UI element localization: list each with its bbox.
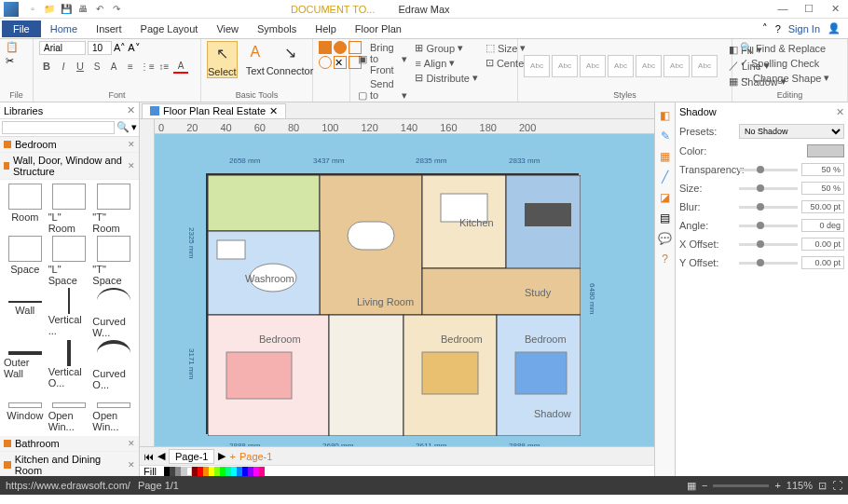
yoffset-value[interactable]: 0.00 pt — [801, 256, 844, 269]
color-palette[interactable] — [164, 467, 265, 476]
shape-l-room[interactable]: "L" Room — [48, 184, 91, 234]
shape-open-win1[interactable]: Open Win... — [48, 392, 91, 432]
maximize-button[interactable]: ☐ — [800, 3, 818, 15]
close-tab-icon[interactable]: ✕ — [269, 105, 278, 117]
shape-vertical-o[interactable]: Vertical O... — [48, 340, 91, 390]
change-shape-button[interactable]: ↔ Change Shape ▾ — [738, 71, 841, 85]
close-shadow-panel-icon[interactable]: ✕ — [836, 106, 844, 118]
align-button[interactable]: ≡ Align ▾ — [413, 56, 479, 70]
transparency-value[interactable]: 50 % — [801, 163, 844, 176]
underline-button[interactable]: U — [73, 59, 88, 74]
line-tool-icon[interactable]: ╱ — [658, 170, 673, 184]
help-icon[interactable]: ? — [775, 23, 781, 34]
tab-floor-plan[interactable]: Floor Plan — [346, 20, 411, 37]
fit-page-icon[interactable]: ⊡ — [818, 480, 827, 492]
library-search-input[interactable] — [2, 121, 115, 134]
italic-button[interactable]: I — [56, 59, 71, 74]
comment-icon[interactable]: 💬 — [658, 231, 673, 246]
bring-front-button[interactable]: ▣ Bring to Front ▾ — [356, 41, 409, 76]
blur-slider[interactable] — [739, 206, 798, 209]
format-icon[interactable]: ✎ — [658, 129, 673, 143]
strike-button[interactable]: S — [89, 59, 104, 74]
document-tab[interactable]: Floor Plan Real Estate✕ — [142, 103, 286, 118]
category-bathroom[interactable]: Bathroom✕ — [0, 436, 139, 452]
presets-select[interactable]: No Shadow — [739, 124, 844, 139]
tab-page-layout[interactable]: Page Layout — [131, 20, 208, 37]
sign-in-link[interactable]: Sign In — [788, 23, 820, 34]
align-left-icon[interactable]: ≡ — [123, 59, 138, 74]
shadow-tool-icon[interactable]: ◪ — [658, 190, 673, 205]
category-kitchen[interactable]: Kitchen and Dining Room✕ — [0, 452, 139, 476]
search-icon[interactable]: 🔍 — [116, 121, 130, 134]
save-icon[interactable]: 💾 — [60, 3, 73, 16]
shape-l-space[interactable]: "L" Space — [48, 236, 91, 286]
ribbon-collapse-icon[interactable]: ˄ — [762, 22, 768, 34]
text-tool[interactable]: AText — [241, 41, 269, 76]
shape-t-space[interactable]: "T" Space — [92, 236, 135, 286]
font-size-select[interactable]: 10 — [88, 41, 112, 55]
view-mode-icon[interactable]: ▦ — [687, 480, 696, 492]
fullscreen-icon[interactable]: ⛶ — [832, 480, 842, 491]
font-color-icon[interactable]: A — [173, 59, 188, 74]
shape-curved-o[interactable]: Curved O... — [92, 340, 135, 390]
shape-vertical[interactable]: Vertical ... — [48, 288, 91, 338]
shape-curved-w[interactable]: Curved W... — [92, 288, 135, 338]
layers-icon[interactable]: ▤ — [658, 211, 673, 225]
bullets-icon[interactable]: ⋮≡ — [140, 59, 155, 74]
size-value[interactable]: 50 % — [801, 182, 844, 195]
angle-slider[interactable] — [739, 225, 798, 227]
bold-button[interactable]: B — [39, 59, 54, 74]
fill-tool-icon[interactable]: ▦ — [658, 149, 673, 164]
print-icon[interactable]: 🖶 — [76, 3, 89, 16]
tab-insert[interactable]: Insert — [87, 20, 131, 37]
help-sidebar-icon[interactable]: ? — [658, 252, 673, 266]
minimize-button[interactable]: — — [773, 3, 792, 15]
line-spacing-icon[interactable]: ↕≡ — [157, 59, 171, 74]
redo-icon[interactable]: ↷ — [110, 3, 123, 16]
zoom-slider[interactable] — [713, 484, 769, 487]
angle-value[interactable]: 0 deg — [801, 219, 844, 232]
page-tab-1b[interactable]: Page-1 — [239, 451, 272, 462]
decrease-font-icon[interactable]: A˅ — [128, 42, 140, 54]
shape-wall[interactable]: Wall — [4, 288, 47, 338]
increase-font-icon[interactable]: A˄ — [114, 42, 126, 54]
theme-icon[interactable]: ◧ — [658, 108, 673, 123]
library-menu-icon[interactable]: ▾ — [131, 121, 137, 134]
category-bedroom[interactable]: Bedroom✕ — [0, 137, 139, 153]
tab-home[interactable]: Home — [41, 20, 87, 37]
highlight-button[interactable]: A — [106, 59, 121, 74]
tab-view[interactable]: View — [207, 20, 248, 37]
page-nav-next[interactable]: ▶ — [218, 450, 226, 462]
floor-plan[interactable]: Kitchen Washroom Living Room Study Bedro… — [206, 173, 579, 434]
shape-t-room[interactable]: "T" Room — [92, 184, 135, 234]
cut-icon[interactable]: ✂ — [6, 55, 14, 67]
add-page-icon[interactable]: + — [229, 451, 235, 462]
xoffset-value[interactable]: 0.00 pt — [801, 238, 844, 251]
page-nav-first[interactable]: ⏮ — [144, 451, 154, 462]
find-replace-button[interactable]: 🔍 Find & Replace — [738, 41, 841, 55]
new-icon[interactable]: ▫ — [26, 3, 39, 16]
tab-help[interactable]: Help — [306, 20, 346, 37]
font-family-select[interactable]: Arial — [39, 41, 86, 55]
group-button[interactable]: ⊞ Group ▾ — [413, 41, 479, 55]
transparency-slider[interactable] — [739, 169, 798, 171]
style-gallery[interactable]: Abc Abc Abc Abc Abc Abc Abc — [524, 55, 718, 77]
category-wall-door[interactable]: Wall, Door, Window and Structure✕ — [0, 153, 139, 180]
xoffset-slider[interactable] — [739, 243, 798, 246]
zoom-out-icon[interactable]: − — [702, 480, 707, 491]
tab-symbols[interactable]: Symbols — [248, 20, 306, 37]
shape-room[interactable]: Room — [4, 184, 47, 234]
shape-open-win2[interactable]: Open Win... — [92, 392, 135, 432]
open-icon[interactable]: 📁 — [43, 3, 56, 16]
paste-icon[interactable]: 📋 — [6, 41, 19, 53]
size-slider[interactable] — [739, 187, 798, 190]
drawing-canvas[interactable]: 2658 mm 3437 mm 2835 mm 2833 mm — [155, 134, 654, 446]
distribute-button[interactable]: ⊟ Distribute ▾ — [413, 71, 479, 85]
select-tool[interactable]: ↖Select — [207, 41, 238, 78]
user-icon[interactable]: 👤 — [827, 22, 841, 34]
shape-space[interactable]: Space — [4, 236, 47, 286]
shape-outer-wall[interactable]: Outer Wall — [4, 340, 47, 390]
color-picker[interactable] — [807, 144, 844, 157]
quick-shapes[interactable]: ✕ — [319, 41, 344, 69]
yoffset-slider[interactable] — [739, 262, 798, 265]
